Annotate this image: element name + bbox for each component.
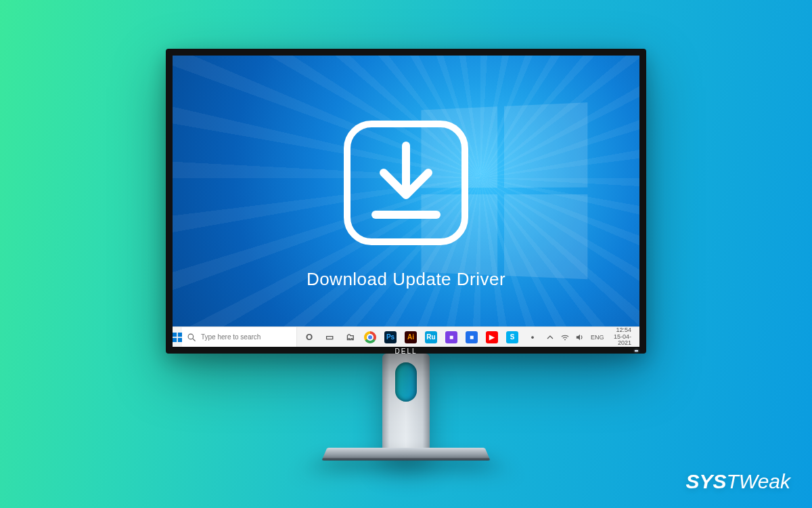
- search-icon: [187, 333, 196, 341]
- svg-marker-10: [577, 334, 580, 340]
- premiere-rush-icon: Ru: [425, 331, 437, 343]
- chrome-icon: [364, 331, 376, 343]
- svg-rect-5: [173, 337, 177, 341]
- taskbar-app-photoshop[interactable]: Ps: [381, 327, 400, 347]
- taskbar-app-youtube[interactable]: ▶: [482, 327, 501, 347]
- tray-chevron-icon[interactable]: [546, 333, 554, 341]
- systweak-watermark: SYSTWeak: [686, 470, 791, 493]
- file-explorer-icon: 🗂: [344, 331, 356, 343]
- svg-point-9: [564, 339, 566, 340]
- youtube-icon: ▶: [486, 331, 498, 343]
- app-purple-icon: ■: [445, 331, 457, 343]
- photoshop-icon: Ps: [384, 331, 397, 343]
- taskbar-app-premiere-rush[interactable]: Ru: [422, 327, 441, 347]
- monitor-stand-cable-hole: [395, 362, 417, 402]
- watermark-part1: SYS: [686, 470, 727, 493]
- taskbar-app-cortana[interactable]: O: [300, 327, 319, 347]
- system-tray: ENG 12:54 15-04-2021: [542, 327, 639, 347]
- task-view-icon: ▭: [323, 331, 336, 343]
- desktop-screen: Download Update Driver Type here to sear…: [173, 56, 639, 347]
- svg-rect-3: [173, 333, 177, 337]
- action-center-icon[interactable]: [638, 333, 639, 341]
- app-blue-icon: ■: [466, 331, 478, 343]
- taskbar-app-app-misc[interactable]: •: [523, 327, 542, 347]
- monitor-brand-label: DELL: [394, 347, 417, 355]
- cortana-icon: O: [303, 331, 315, 343]
- start-button[interactable]: [173, 327, 182, 347]
- svg-line-8: [193, 338, 195, 340]
- taskbar-app-skype[interactable]: S: [503, 327, 522, 347]
- wifi-icon[interactable]: [561, 333, 569, 341]
- language-indicator[interactable]: ENG: [591, 334, 604, 341]
- taskbar-app-app-purple[interactable]: ■: [442, 327, 461, 347]
- taskbar-app-task-view[interactable]: ▭: [320, 327, 339, 347]
- power-led: [635, 350, 638, 352]
- taskbar-app-file-explorer[interactable]: 🗂: [340, 327, 359, 347]
- search-placeholder: Type here to search: [201, 333, 261, 341]
- taskbar-app-illustrator[interactable]: Ai: [401, 327, 420, 347]
- caption-text: Download Update Driver: [173, 269, 639, 290]
- windows-start-icon: [173, 333, 182, 342]
- clock-date: 15-04-2021: [611, 334, 632, 347]
- volume-icon[interactable]: [576, 333, 584, 341]
- taskbar-app-app-blue[interactable]: ■: [462, 327, 481, 347]
- taskbar-apps: O▭🗂PsAiRu■■▶S•: [300, 327, 542, 347]
- monitor-bezel: Download Update Driver Type here to sear…: [166, 49, 646, 354]
- download-icon: [343, 120, 469, 246]
- monitor-stand-base: [322, 448, 489, 459]
- taskbar-clock[interactable]: 12:54 15-04-2021: [611, 327, 632, 347]
- taskbar: Type here to search O▭🗂PsAiRu■■▶S•: [173, 326, 639, 347]
- app-misc-icon: •: [526, 331, 539, 343]
- taskbar-search[interactable]: Type here to search: [182, 327, 297, 347]
- illustrator-icon: Ai: [405, 331, 417, 343]
- watermark-part2: TWeak: [727, 470, 790, 493]
- taskbar-app-chrome[interactable]: [361, 327, 380, 347]
- skype-icon: S: [506, 331, 518, 343]
